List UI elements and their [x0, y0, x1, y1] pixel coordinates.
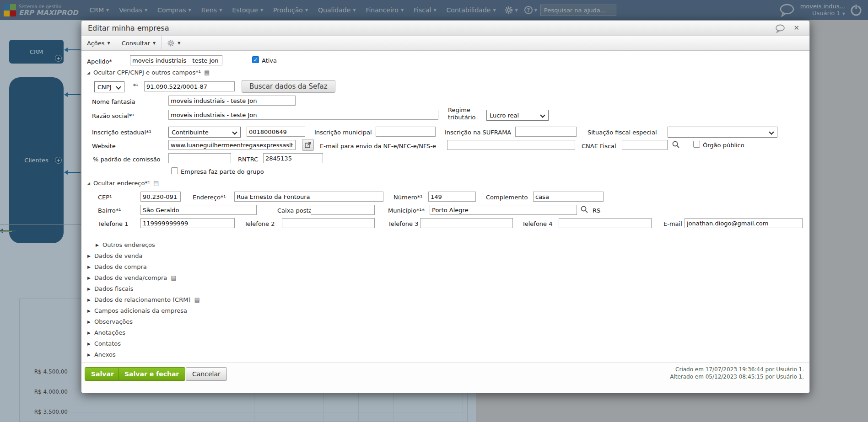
website-input[interactable]	[168, 140, 296, 150]
expand-triangle-icon: ▶	[87, 298, 91, 302]
telefone2-input[interactable]	[282, 218, 375, 228]
bairro-input[interactable]	[140, 205, 257, 215]
endereco-input[interactable]	[234, 192, 383, 202]
grupo-checkbox[interactable]	[171, 167, 178, 174]
numero-label: Número*¹	[394, 194, 422, 201]
section-dados-crm[interactable]: ▶ Dados de relacionamento (CRM) ▤	[87, 296, 200, 303]
caixa-postal-label: Caixa postal	[277, 207, 314, 214]
section-campos-adicionais[interactable]: ▶ Campos adicionais da empresa	[87, 307, 187, 314]
razao-social-input[interactable]	[168, 110, 438, 120]
email-nfe-input[interactable]	[447, 140, 575, 150]
section-endereco[interactable]: ◢ Ocultar endereço*¹ ▤	[87, 180, 159, 187]
grid-icon[interactable]: ▤	[194, 296, 200, 303]
doc-type-select[interactable]: CNPJ	[94, 81, 124, 92]
municipio-search-button[interactable]	[580, 205, 588, 215]
chat-bubble-icon	[775, 24, 786, 33]
search-icon	[672, 140, 680, 149]
section-anexos[interactable]: ▶ Anexos	[87, 351, 116, 358]
doc-marker: *¹	[133, 83, 138, 89]
regime-select[interactable]: Lucro real	[486, 110, 549, 121]
razao-social-label: Razão social*¹	[92, 112, 134, 119]
uf-value: RS	[593, 207, 600, 214]
save-and-close-button[interactable]: Salvar e fechar	[118, 367, 185, 381]
grid-icon[interactable]: ▤	[171, 274, 176, 281]
expand-triangle-icon: ▶	[96, 243, 99, 247]
chevron-down-icon: ▼	[178, 41, 180, 45]
apelido-input[interactable]	[130, 55, 222, 65]
apelido-label: Apelido*	[87, 58, 112, 65]
grid-icon[interactable]: ▤	[204, 69, 210, 76]
municipio-input[interactable]	[430, 205, 577, 215]
insc-municipal-input[interactable]	[376, 127, 436, 137]
created-timestamp: Criado em 17/07/2023 19:36:44 por Usuári…	[675, 366, 804, 373]
orgao-publico-checkbox[interactable]	[693, 141, 700, 148]
collapse-triangle-icon: ◢	[87, 70, 90, 75]
section-dados-fiscais[interactable]: ▶ Dados fiscais	[87, 285, 133, 292]
insc-municipal-label: Inscrição municipal	[314, 129, 372, 136]
cnae-label: CNAE Fiscal	[582, 143, 616, 150]
bairro-label: Bairro*¹	[98, 207, 121, 214]
cep-label: CEP¹	[98, 194, 112, 201]
rntrc-input[interactable]	[263, 153, 323, 163]
section-outros-enderecos[interactable]: ▶ Outros endereços	[96, 241, 155, 248]
close-icon[interactable]: ✕	[793, 24, 799, 32]
grid-icon[interactable]: ▤	[153, 180, 159, 187]
cnae-input[interactable]	[622, 140, 668, 150]
section-observacoes[interactable]: ▶ Observações	[87, 318, 133, 325]
expand-triangle-icon: ▶	[87, 320, 91, 324]
telefone3-input[interactable]	[420, 218, 513, 228]
expand-triangle-icon: ▶	[87, 309, 91, 313]
toolbar-settings-menu[interactable]: ▼	[162, 36, 186, 51]
regime-label: Regime tributário	[448, 107, 481, 121]
section-anotacoes[interactable]: ▶ Anotações	[87, 329, 125, 336]
chevron-down-icon: ▼	[108, 41, 110, 45]
ativa-label: Ativa	[262, 57, 277, 64]
dialog-title: Editar minha empresa	[88, 24, 169, 32]
numero-input[interactable]	[428, 192, 476, 202]
consultar-menu[interactable]: Consultar▼	[116, 36, 162, 51]
section-contatos[interactable]: ▶ Contatos	[87, 340, 121, 347]
caixa-postal-input[interactable]	[311, 205, 375, 215]
section-dados-de-compra[interactable]: ▶ Dados de compra	[87, 263, 147, 270]
suframa-input[interactable]	[515, 127, 577, 137]
insc-estadual-label: Inscrição estadual*¹	[92, 129, 151, 136]
cep-input[interactable]	[140, 192, 181, 202]
dialog-toolbar: Ações▼ Consultar▼ ▼	[81, 36, 809, 51]
section-dados-de-venda[interactable]: ▶ Dados de venda	[87, 252, 143, 259]
website-label: Website	[92, 143, 116, 150]
sit-fiscal-select[interactable]	[668, 127, 777, 138]
edit-company-dialog: Editar minha empresa ✕ Ações▼ Consultar▼…	[81, 20, 810, 393]
section-dados-venda-compra[interactable]: ▶ Dados de venda/compra ▤	[87, 274, 177, 281]
expand-triangle-icon: ▶	[87, 353, 91, 357]
dialog-footer: Salvar Salvar e fechar Cancelar Criado e…	[81, 363, 809, 393]
dialog-chat-button[interactable]	[775, 24, 786, 35]
comissao-input[interactable]	[168, 153, 231, 163]
complemento-label: Complemento	[486, 194, 528, 201]
external-link-icon	[305, 142, 311, 148]
cnpj-input[interactable]	[144, 81, 235, 91]
expand-triangle-icon: ▶	[87, 265, 91, 269]
open-website-button[interactable]	[302, 139, 314, 151]
buscar-sefaz-button[interactable]: Buscar dados da Sefaz	[242, 80, 335, 93]
nome-fantasia-input[interactable]	[168, 96, 296, 106]
nome-fantasia-label: Nome fantasia	[92, 98, 135, 105]
email-input[interactable]	[685, 218, 803, 228]
search-icon	[580, 205, 588, 214]
ativa-checkbox[interactable]	[252, 56, 259, 63]
cancel-button[interactable]: Cancelar	[186, 367, 227, 381]
section-cpf-cnpj[interactable]: ◢ Ocultar CPF/CNPJ e outros campos*¹ ▤	[87, 69, 210, 76]
telefone2-label: Telefone 2	[244, 220, 275, 227]
endereco-label: Endereço*¹	[193, 194, 226, 201]
altered-timestamp: Alterado em 05/12/2023 08:45:15 por Usuá…	[670, 374, 804, 380]
gear-icon	[167, 39, 175, 47]
complemento-input[interactable]	[533, 192, 604, 202]
expand-triangle-icon: ▶	[87, 287, 91, 291]
save-button[interactable]: Salvar	[85, 367, 120, 381]
insc-estadual-input[interactable]	[247, 127, 305, 137]
telefone1-input[interactable]	[140, 218, 235, 228]
contribuinte-select[interactable]: Contribuinte	[168, 127, 241, 138]
acoes-menu[interactable]: Ações▼	[81, 36, 116, 51]
sit-fiscal-label: Situação fiscal especial	[588, 129, 657, 136]
telefone4-input[interactable]	[559, 218, 652, 228]
cnae-search-button[interactable]	[672, 140, 680, 150]
